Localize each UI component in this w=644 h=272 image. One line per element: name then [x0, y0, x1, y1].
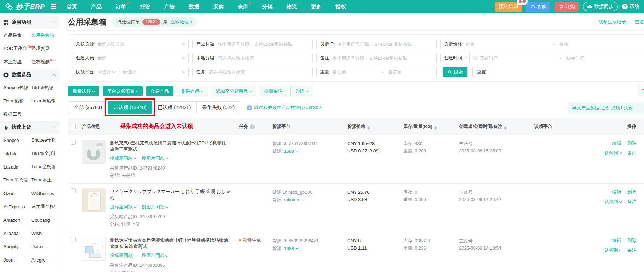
claim-to-link[interactable]: 认领到 — [605, 150, 621, 157]
sort-icon[interactable] — [367, 126, 370, 130]
add-source-icon[interactable]: + — [295, 245, 298, 251]
delete-link[interactable]: 删除 — [627, 140, 636, 147]
sidebar-item-wildberries[interactable]: Wildberries — [31, 191, 55, 196]
sidebar-item-smt-full[interactable]: 速卖通全托管 — [31, 203, 55, 210]
sidebar-item-lazada[interactable]: Lazada — [3, 164, 31, 170]
edit-link[interactable]: 编辑 — [612, 237, 621, 244]
book-training-button[interactable]: 预约培训 免费 — [495, 2, 522, 12]
sidebar-item-temu-local[interactable]: Temu本土 — [31, 177, 55, 183]
nav-item-logistics[interactable]: 物流 — [287, 3, 297, 10]
sidebar-item-shopee-hot[interactable]: Shopee热销 — [3, 85, 31, 91]
sidebar-item-allegro[interactable]: Allegro — [31, 257, 55, 263]
create-product-button[interactable]: 创建产品 — [146, 86, 173, 96]
search-by-image-link[interactable]: 搜图片同款 — [142, 204, 168, 210]
task-help-icon[interactable]: ? — [250, 124, 255, 129]
sidebar-item-crossborder-supply[interactable]: 跨境货盘 — [31, 45, 55, 52]
nav-item-distribution[interactable]: 分销 — [262, 3, 273, 10]
process-now-link[interactable]: 立即处理 — [170, 19, 192, 25]
creator-select[interactable]: 创建人员: 全部 — [72, 53, 189, 63]
sort-icon[interactable] — [504, 126, 507, 130]
sidebar-item-tiktok[interactable]: TikTok — [3, 151, 31, 156]
view-link[interactable]: 查看 — [635, 19, 644, 25]
product-title[interactable]: 测试珠宝饰品盒高档包装盒结婚耳钉耳环项链戒指饰品收纳盒pu皮首饰盒测试 — [110, 237, 230, 250]
sidebar-item-shopee[interactable]: Shopee — [3, 138, 31, 143]
search-by-title-link[interactable]: 搜标题同款 — [110, 155, 136, 162]
nav-item-authorization[interactable]: 授权 — [335, 3, 346, 10]
sidebar-item-temu-semi[interactable]: Temu半托管 — [3, 177, 31, 183]
sidebar-item-joom[interactable]: Joom — [3, 257, 31, 263]
sidebar-item-tiktok-hot[interactable]: TikTok热销 — [31, 85, 55, 91]
delete-link[interactable]: 删除 — [627, 188, 636, 195]
edit-link[interactable]: 编辑 — [612, 140, 621, 147]
sidebar-section-general[interactable]: 通用功能 — [0, 16, 59, 29]
sidebar-item-temu-hot[interactable]: Temu热销 — [3, 98, 31, 104]
search-by-title-link[interactable]: 搜标题同款 — [110, 252, 136, 259]
add-to-distribution-button[interactable]: 添加至分销商品 — [212, 86, 256, 96]
weight-min-input[interactable] — [333, 70, 377, 75]
batch-note-button[interactable]: 批量备注 — [260, 86, 287, 96]
delete-link[interactable]: 删除 — [627, 237, 636, 244]
claim-platform-select[interactable]: 认领平台: 请选择 — [72, 67, 119, 77]
row-checkbox[interactable] — [71, 188, 76, 193]
customer-service-button[interactable]: 客服 — [526, 2, 550, 12]
source-platform-link[interactable]: 1688 — [284, 149, 294, 154]
task-input[interactable] — [209, 70, 309, 75]
sidebar-item-product-collect[interactable]: 产品采集 — [3, 32, 31, 38]
sidebar-item-amazon[interactable]: Amazon — [3, 217, 31, 223]
sidebar-item-ozon[interactable]: Ozon — [3, 191, 31, 196]
group-button[interactable]: 分组 — [290, 86, 312, 96]
collapse-icon[interactable] — [53, 73, 56, 77]
row-checkbox[interactable] — [71, 237, 76, 242]
product-thumbnail[interactable] — [82, 140, 106, 164]
product-thumbnail[interactable] — [82, 188, 106, 212]
product-title[interactable]: 测试充气u型枕充气枕便携口袋随行枕旅行枕TPU飞机脖枕旅游三宝测试 — [110, 140, 230, 152]
nav-item-product[interactable]: 产品 — [91, 3, 102, 10]
related-source-select[interactable]: 关联货源: 全部关联货源 — [72, 39, 189, 49]
sidebar-item-wish[interactable]: Wish — [31, 231, 55, 236]
menu-toggle-icon[interactable] — [51, 4, 56, 9]
note-input[interactable] — [333, 56, 433, 61]
collapse-icon[interactable] — [53, 21, 56, 24]
search-by-image-link[interactable]: 搜图片同款 — [142, 252, 168, 259]
source-price-max-input[interactable] — [559, 42, 642, 47]
start-time-input[interactable] — [480, 56, 555, 61]
sidebar-item-daraz[interactable]: Daraz — [31, 244, 55, 249]
source-price-min-input[interactable] — [466, 42, 548, 47]
nav-item-data[interactable]: 数据 — [189, 3, 199, 10]
delete-product-button[interactable]: 删除产品 — [177, 86, 208, 96]
note-link[interactable]: 备注 — [627, 247, 636, 254]
sidebar-item-local-supply[interactable]: 本土货盘 — [3, 59, 31, 65]
nav-item-order[interactable]: 订单 — [116, 3, 126, 10]
source-platform-link[interactable]: 1688 — [284, 246, 294, 251]
import-result-notice[interactable]: 导入产品数据完成: 成功1 失败 — [568, 102, 644, 114]
tab-all[interactable]: 全部 (36783) — [68, 101, 108, 114]
subscribe-button[interactable]: 订购 — [555, 2, 579, 12]
sidebar-item-shopee-full[interactable]: Shopee全托管 — [31, 137, 55, 143]
sidebar-item-alibaba[interactable]: Alibaba — [3, 231, 31, 236]
sidebar-item-lazada-hot[interactable]: Lazada热销 — [31, 98, 55, 104]
sidebar-item-coupang[interactable]: Coupang — [31, 217, 55, 223]
brand[interactable]: 妙手ERP — [5, 2, 45, 12]
data-sync-button[interactable]: 数据同步 — [583, 2, 618, 11]
source-platform-link[interactable]: rakuten — [284, 197, 299, 202]
add-source-icon[interactable]: + — [301, 196, 304, 202]
product-title-input[interactable] — [218, 42, 309, 47]
nav-item-ads[interactable]: 广告 — [164, 3, 175, 10]
tab-unclaimed[interactable]: 未认领 (13440) — [108, 101, 152, 114]
claim-to-link[interactable]: 认领到 — [605, 247, 621, 254]
edit-link[interactable]: 编辑 — [612, 188, 621, 195]
nav-item-hosting[interactable]: 托管 — [140, 3, 150, 10]
reset-button[interactable]: 重置 — [472, 67, 490, 77]
sidebar-item-aliexpress[interactable]: AliExpress — [3, 204, 31, 209]
sidebar-item-public-collection-box[interactable]: 公用采集箱 — [31, 32, 55, 38]
product-thumbnail[interactable] — [82, 237, 106, 261]
nav-item-warehouse[interactable]: 仓库 — [238, 3, 248, 10]
tab-collect-failed[interactable]: 采集失败 (522) — [196, 101, 240, 114]
source-id-input[interactable] — [337, 42, 433, 47]
sidebar-item-pod-workbench[interactable]: POD工作台Beta — [3, 45, 31, 52]
sidebar-section-data-selection[interactable]: 数据选品 — [0, 69, 59, 81]
tab-claimed[interactable]: 已认领 (22821) — [152, 101, 197, 114]
weight-max-input[interactable] — [388, 70, 433, 75]
search-by-title-link[interactable]: 搜标题同款 — [110, 204, 136, 210]
nav-item-more[interactable]: 更多 — [311, 3, 321, 10]
